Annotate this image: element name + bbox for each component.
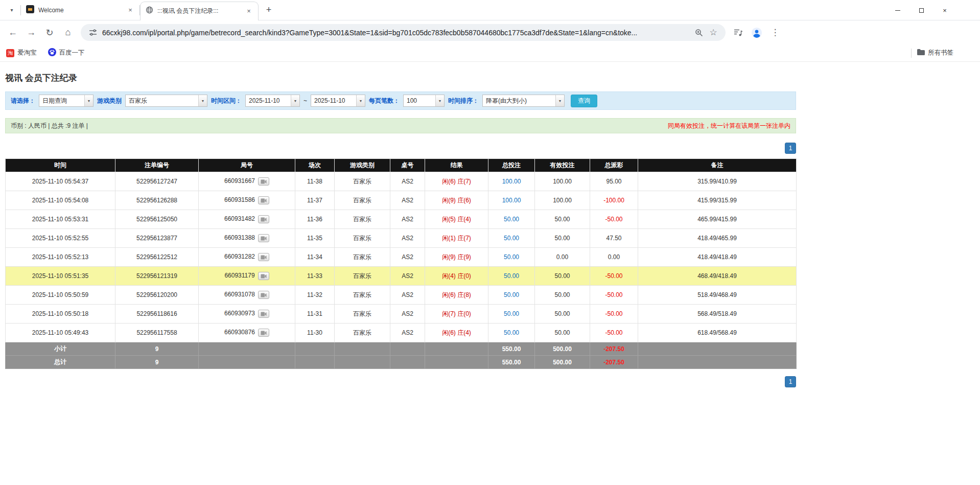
pagination-bottom: 1 (5, 376, 796, 387)
bookmark-taobao[interactable]: 淘 爱淘宝 (6, 49, 37, 57)
query-type-input[interactable] (39, 95, 84, 106)
cell-round: 660931179 (199, 267, 295, 286)
date-from-combobox[interactable]: ▼ (245, 95, 300, 107)
bet-record-row: 2025-11-10 05:51:35 522956121319 6609311… (6, 267, 797, 286)
cell-total-bet[interactable]: 50.00 (488, 324, 535, 342)
bookmark-baidu[interactable]: 百度一下 (48, 48, 85, 58)
page-1-button[interactable]: 1 (785, 143, 796, 154)
video-replay-icon[interactable] (258, 329, 269, 337)
cell-total-bet[interactable]: 100.00 (488, 172, 535, 191)
page-size-combobox[interactable]: ▼ (403, 95, 445, 107)
subtotal-row: 小计 9 550.00 500.00 -207.50 (6, 342, 797, 356)
summary-text: 币别 : 人民币 | 总共 :9 注单 | (11, 122, 88, 130)
page-1-button[interactable]: 1 (785, 376, 796, 387)
cell-bet-id: 522956118616 (115, 305, 199, 324)
game-type-input[interactable] (126, 95, 198, 106)
result-banker: 庄(4) (457, 329, 471, 336)
refresh-button[interactable]: ↻ (41, 24, 58, 41)
close-tab-icon[interactable]: × (126, 6, 134, 14)
bookmark-star-icon[interactable]: ☆ (707, 27, 719, 39)
chevron-down-icon[interactable]: ▼ (435, 95, 444, 106)
cell-remark: 418.49/418.49 (638, 248, 797, 267)
page-content: 视讯 会员下注纪录 请选择： ▼ 游戏类别 ▼ 时间区间： ▼ ~ ▼ 每 (0, 72, 980, 387)
result-banker: 庄(4) (457, 216, 471, 223)
video-replay-icon[interactable] (258, 215, 269, 223)
video-replay-icon[interactable] (258, 310, 269, 318)
round-id: 660931482 (224, 215, 255, 222)
cell-total-bet[interactable]: 50.00 (488, 267, 535, 286)
chevron-down-icon[interactable]: ▼ (291, 95, 299, 106)
cell-valid-bet: 50.00 (535, 324, 590, 342)
video-replay-icon[interactable] (258, 234, 269, 242)
page-title: 视讯 会员下注纪录 (5, 72, 980, 84)
query-button[interactable]: 查询 (571, 95, 597, 107)
cell-bet-id: 522956126288 (115, 191, 199, 210)
subtotal-count: 9 (115, 342, 199, 356)
close-button[interactable]: × (933, 0, 956, 20)
zoom-icon[interactable] (693, 27, 705, 39)
grand-total-valid-bet: 500.00 (535, 356, 590, 369)
minimize-button[interactable] (886, 0, 909, 20)
cell-session: 11-35 (295, 229, 335, 248)
cell-bet-id: 522956121319 (115, 267, 199, 286)
cell-session: 11-30 (295, 324, 335, 342)
close-tab-icon[interactable]: × (245, 7, 253, 15)
cell-session: 11-31 (295, 305, 335, 324)
result-banker: 庄(6) (457, 197, 471, 204)
tab-list-chevron-icon[interactable]: ▾ (5, 4, 18, 17)
tab-betrecord[interactable]: :::视讯 会员下注纪录::: × (140, 2, 259, 20)
browser-menu-icon[interactable]: ⋮ (766, 24, 784, 41)
back-button[interactable]: ← (4, 24, 21, 41)
cell-total-bet[interactable]: 50.00 (488, 248, 535, 267)
cell-total-bet[interactable]: 50.00 (488, 286, 535, 305)
date-to-combobox[interactable]: ▼ (311, 95, 365, 107)
cell-total-bet[interactable]: 50.00 (488, 210, 535, 229)
date-to-input[interactable] (311, 95, 356, 106)
url-text[interactable]: 66cxkj98.com/ipl/portal.php/game/betreco… (102, 29, 693, 37)
cell-time: 2025-11-10 05:52:13 (6, 248, 115, 267)
cell-valid-bet: 0.00 (535, 248, 590, 267)
video-replay-icon[interactable] (258, 272, 269, 280)
video-replay-icon[interactable] (258, 291, 269, 299)
table-body: 2025-11-10 05:54:37 522956127247 6609316… (6, 172, 797, 342)
chevron-down-icon[interactable]: ▼ (84, 95, 93, 106)
range-separator: ~ (304, 97, 307, 104)
cell-total-bet[interactable]: 100.00 (488, 191, 535, 210)
query-type-combobox[interactable]: ▼ (39, 95, 94, 107)
profile-avatar[interactable] (748, 24, 765, 41)
cell-round: 660930876 (199, 324, 295, 342)
bet-record-row: 2025-11-10 05:50:18 522956118616 6609309… (6, 305, 797, 324)
cell-payout: 0.00 (590, 248, 638, 267)
page-size-input[interactable] (404, 95, 435, 106)
sort-combobox[interactable]: ▼ (482, 95, 565, 107)
chevron-down-icon[interactable]: ▼ (356, 95, 365, 106)
maximize-button[interactable] (909, 0, 933, 20)
video-replay-icon[interactable] (258, 177, 269, 186)
new-tab-button[interactable]: + (262, 3, 276, 17)
cell-total-bet[interactable]: 50.00 (488, 229, 535, 248)
home-button[interactable]: ⌂ (59, 24, 77, 41)
cell-session: 11-32 (295, 286, 335, 305)
subtotal-valid-bet: 500.00 (535, 342, 590, 356)
video-replay-icon[interactable] (258, 196, 269, 204)
all-bookmarks-button[interactable]: 所有书签 (917, 49, 953, 57)
cell-total-bet[interactable]: 50.00 (488, 305, 535, 324)
game-type-combobox[interactable]: ▼ (125, 95, 207, 107)
address-bar[interactable]: 66cxkj98.com/ipl/portal.php/game/betreco… (81, 24, 726, 41)
column-header: 总投注 (488, 159, 535, 172)
bookmark-label: 爱淘宝 (17, 49, 37, 57)
cell-table-no: AS2 (390, 305, 425, 324)
chevron-down-icon[interactable]: ▼ (555, 95, 564, 106)
media-controls-icon[interactable] (730, 24, 747, 41)
column-header: 局号 (199, 159, 295, 172)
forward-button[interactable]: → (22, 24, 40, 41)
site-settings-icon[interactable] (87, 27, 99, 39)
result-banker: 庄(8) (457, 291, 471, 298)
cell-time: 2025-11-10 05:51:35 (6, 267, 115, 286)
video-replay-icon[interactable] (258, 253, 269, 261)
tab-welcome[interactable]: Welcome × (21, 0, 139, 20)
date-from-input[interactable] (246, 95, 291, 106)
sort-input[interactable] (483, 95, 555, 106)
cell-valid-bet: 50.00 (535, 210, 590, 229)
chevron-down-icon[interactable]: ▼ (198, 95, 207, 106)
